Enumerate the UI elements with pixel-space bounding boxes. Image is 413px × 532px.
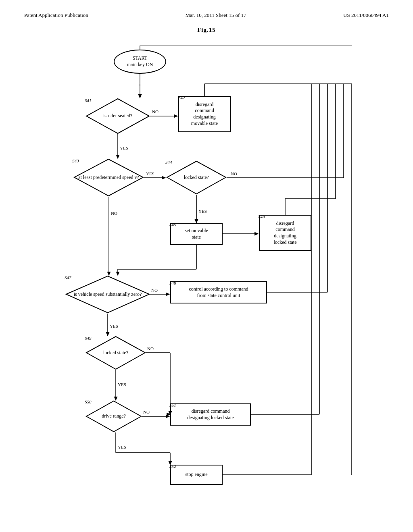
s47-label: is vehicle speed substantially zero?: [72, 289, 144, 300]
s46-node: disregard command designating locked sta…: [259, 215, 311, 251]
s51-label: disregard command designating locked sta…: [187, 408, 234, 421]
header-center: Mar. 10, 2011 Sheet 15 of 17: [185, 12, 246, 19]
s43-id: S43: [72, 158, 79, 163]
svg-text:YES: YES: [120, 145, 128, 150]
svg-text:YES: YES: [118, 382, 126, 387]
s49-node: locked state?: [86, 336, 146, 370]
page-header: Patent Application Publication Mar. 10, …: [24, 12, 389, 19]
s46-id: S46: [258, 214, 265, 219]
svg-text:YES: YES: [118, 445, 126, 449]
s52-node: stop engine: [170, 465, 223, 485]
s46-label: disregard command designating locked sta…: [274, 220, 297, 245]
s50-node: drive range?: [86, 400, 142, 432]
s41-node: is rider seated?: [86, 98, 150, 134]
s44-node: locked state?: [166, 160, 227, 195]
flowchart-diagram: START main key ON is rider seated? S41 d…: [33, 46, 380, 501]
svg-text:NO: NO: [111, 211, 117, 216]
svg-text:NO: NO: [147, 346, 154, 351]
s45-label: set movable state: [185, 228, 208, 240]
s43-label: at least predetermined speed v?: [76, 172, 141, 183]
svg-text:YES: YES: [198, 209, 207, 214]
svg-text:NO: NO: [151, 288, 158, 293]
page: Patent Application Publication Mar. 10, …: [0, 0, 413, 532]
s48-label: control according to command from state …: [189, 286, 248, 299]
svg-text:NO: NO: [231, 171, 237, 176]
s47-id: S47: [65, 275, 71, 280]
svg-text:YES: YES: [146, 171, 154, 176]
s49-label: locked state?: [101, 348, 130, 358]
s51-node: disregard command designating locked sta…: [170, 403, 251, 426]
header-left: Patent Application Publication: [24, 12, 88, 19]
s45-node: set movable state: [170, 223, 223, 245]
svg-text:YES: YES: [110, 324, 118, 328]
s42-node: disregard command designating movable st…: [178, 96, 231, 132]
s48-node: control according to command from state …: [170, 281, 267, 303]
svg-text:NO: NO: [143, 409, 150, 414]
s42-label: disregard command designating movable st…: [191, 102, 218, 127]
s47-node: is vehicle speed substantially zero?: [65, 275, 150, 314]
s41-label: is rider seated?: [101, 111, 134, 121]
s48-id: S48: [169, 281, 176, 285]
start-label: START main key ON: [127, 55, 153, 68]
figure-title: Fig.15: [24, 27, 389, 33]
s49-id: S49: [85, 336, 92, 341]
header-right: US 2011/0060494 A1: [343, 12, 389, 19]
s50-id: S50: [85, 399, 92, 404]
s41-id: S41: [85, 98, 92, 103]
s50-label: drive range?: [100, 411, 128, 422]
s42-id: S42: [178, 95, 185, 100]
s52-id: S52: [169, 464, 176, 469]
s44-id: S44: [165, 160, 172, 164]
start-node: START main key ON: [114, 50, 166, 74]
s45-id: S45: [169, 222, 176, 227]
s51-id: S51: [169, 403, 176, 407]
s44-label: locked state?: [182, 172, 211, 183]
s43-node: at least predetermined speed v?: [73, 158, 144, 197]
svg-text:NO: NO: [152, 109, 159, 114]
s52-label: stop engine: [186, 472, 208, 478]
